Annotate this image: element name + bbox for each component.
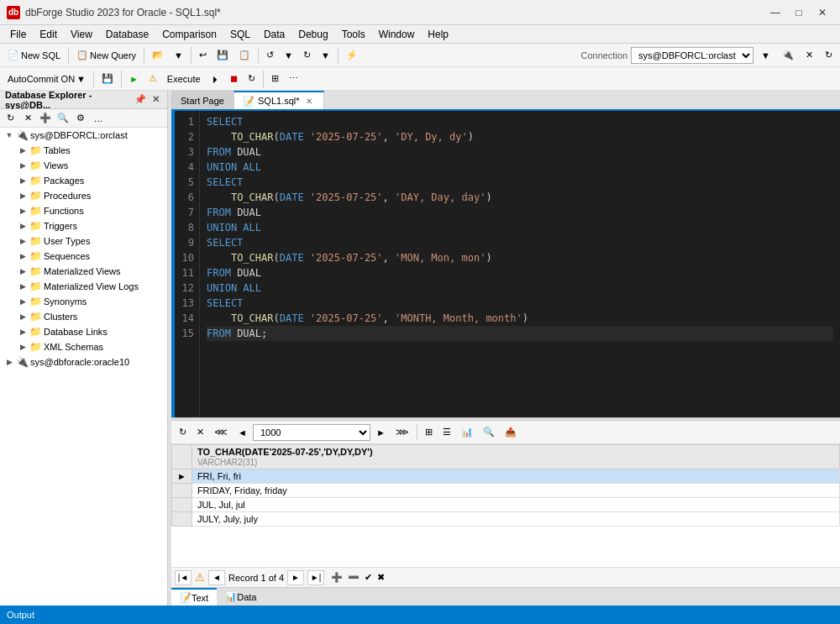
tree-item-db-links[interactable]: ▶ 📁 Database Links [0,324,167,339]
tree-item-xml-schemas[interactable]: ▶ 📁 XML Schemas [0,339,167,354]
results-grid-btn[interactable]: ⊞ [421,423,437,442]
tree-item-clusters[interactable]: ▶ 📁 Clusters [0,309,167,324]
results-next-btn[interactable]: ► [372,423,390,442]
tree-item-synonyms[interactable]: ▶ 📁 Synonyms [0,294,167,309]
sidebar-close-btn[interactable]: ✕ [149,93,162,107]
pager-prev-btn[interactable]: ◄ [208,570,225,585]
results-last-btn[interactable]: ⋙ [391,423,413,442]
toolbar-btn-2[interactable]: ▼ [170,46,187,65]
tree-label-procedures: Procedures [42,191,91,201]
plugin-btn[interactable]: ⚡ [342,46,362,65]
autocommit-toggle[interactable]: AutoCommit ON ▼ [3,70,90,88]
pager-check-btn[interactable]: ✔ [365,572,372,583]
sidebar-refresh-btn[interactable]: ↻ [2,111,18,126]
maximize-button[interactable]: □ [788,4,810,21]
results-prev-btn[interactable]: ◄ [234,423,251,442]
results-cancel-btn[interactable]: ✕ [192,423,208,442]
more-btns[interactable]: ⋯ [285,70,302,88]
connection-select[interactable]: sys@DBFORCL:orclast [631,47,753,64]
menu-file[interactable]: File [3,25,33,44]
tab-close-btn[interactable]: ✕ [303,95,315,107]
tab-text-icon: 📝 [180,592,192,603]
results-list-btn[interactable]: ☰ [438,423,455,442]
menu-window[interactable]: Window [372,25,422,44]
grid-btn[interactable]: ⊞ [267,70,283,88]
pager-cancel-btn[interactable]: ✖ [377,572,385,583]
execute-selected-btn[interactable]: ⏵ [207,70,224,88]
redo-button[interactable]: ↻ [299,46,315,65]
tree-item-tables[interactable]: ▶ 📁 Tables [0,143,167,158]
results-first-btn[interactable]: ⋘ [210,423,232,442]
menu-comparison[interactable]: Comparison [155,25,223,44]
pager-add-btn[interactable]: ➕ [331,572,343,583]
tree-item-connection-1[interactable]: ▼ 🔌 sys@DBFORCL:orclast [0,128,167,143]
refresh-btn[interactable]: ↻ [244,70,260,88]
tree-item-mat-view-logs[interactable]: ▶ 📁 Materialized View Logs [0,279,167,294]
tree-item-mat-views[interactable]: ▶ 📁 Materialized Views [0,264,167,279]
toolbar-separator-2 [144,47,144,64]
pager-next-btn[interactable]: ► [287,570,304,585]
toolbar-btn-3[interactable]: ↩ [195,46,211,65]
redo-dropdown[interactable]: ▼ [317,46,334,65]
code-content[interactable]: SELECT TO_CHAR(DATE '2025-07-25', 'DY, D… [200,111,840,417]
tab-sql-file[interactable]: 📝 SQL1.sql* ✕ [234,91,324,109]
tree-item-packages[interactable]: ▶ 📁 Packages [0,173,167,188]
new-query-button[interactable]: 📋 New Query [72,46,140,65]
disconnect-btn[interactable]: ✕ [801,46,817,65]
tree-item-sequences[interactable]: ▶ 📁 Sequences [0,249,167,264]
output-label[interactable]: Output [7,610,34,620]
warning-btn[interactable]: ⚠ [144,70,161,88]
tree-item-user-types[interactable]: ▶ 📁 User Types [0,233,167,249]
sidebar-more-btn[interactable]: … [90,111,107,126]
tab-data[interactable]: 📊 Data [217,588,265,606]
tab-start-page[interactable]: Start Page [171,91,234,109]
pager-delete-btn[interactable]: ➖ [348,572,360,583]
tree-item-functions[interactable]: ▶ 📁 Functions [0,203,167,218]
sidebar-new-btn[interactable]: ➕ [37,111,54,126]
toolbar-btn-1[interactable]: 📂 [148,46,168,65]
results-refresh-btn[interactable]: ↻ [175,423,191,442]
pager-first-btn[interactable]: |◄ [175,570,192,585]
undo-dropdown[interactable]: ▼ [280,46,297,65]
tree-item-procedures[interactable]: ▶ 📁 Procedures [0,188,167,203]
connect-btn[interactable]: 🔌 [778,46,798,65]
new-sql-button[interactable]: 📄 New SQL [3,46,65,65]
results-export-btn[interactable]: 📤 [501,423,521,442]
tree-item-views[interactable]: ▶ 📁 Views [0,158,167,173]
toolbar-btn-4[interactable]: 💾 [213,46,233,65]
sidebar-filter-btn[interactable]: 🔍 [55,111,71,126]
minimize-button[interactable]: — [764,4,786,21]
menu-tools[interactable]: Tools [335,25,372,44]
refresh-connection-btn[interactable]: ↻ [821,46,837,65]
undo-button[interactable]: ↺ [262,46,278,65]
menu-debug[interactable]: Debug [291,25,334,44]
menu-database[interactable]: Database [99,25,155,44]
sql-editor[interactable]: 123456789101112131415 SELECT TO_CHAR(DAT… [171,111,840,417]
stop-btn[interactable]: ◼ [226,70,242,88]
tab-text[interactable]: 📝 Text [171,588,217,606]
results-limit-select[interactable]: 1000 [253,424,370,441]
results-table-btn[interactable]: 📊 [457,423,477,442]
sidebar-settings-btn[interactable]: ⚙ [72,111,89,126]
menu-sql[interactable]: SQL [223,25,257,44]
menu-help[interactable]: Help [421,25,455,44]
row-indicator: ► [172,469,192,484]
sidebar-disconnect-btn[interactable]: ✕ [19,111,36,126]
pager-last-btn[interactable]: ►| [307,570,324,585]
row-indicator [172,498,192,512]
run-btn[interactable]: ► [125,70,143,88]
tree-item-triggers[interactable]: ▶ 📁 Triggers [0,218,167,233]
connection-options[interactable]: ▼ [757,46,774,65]
save-btn[interactable]: 💾 [97,70,118,88]
execute-button[interactable]: Execute [163,70,205,88]
results-search-btn[interactable]: 🔍 [479,423,499,442]
menu-view[interactable]: View [64,25,99,44]
close-button[interactable]: ✕ [811,4,833,21]
results-table: TO_CHAR(DATE'2025-07-25','DY,DY,DY') VAR… [171,444,840,567]
tree-item-connection-2[interactable]: ▶ 🔌 sys@dbforacle:oracle10 [0,354,167,370]
toolbar-btn-5[interactable]: 📋 [234,46,255,65]
results-toolbar: ↻ ✕ ⋘ ◄ 1000 ► ⋙ ⊞ ☰ 📊 🔍 📤 [171,421,840,444]
sidebar-pin-btn[interactable]: 📌 [134,93,147,107]
menu-data[interactable]: Data [257,25,291,44]
menu-edit[interactable]: Edit [33,25,64,44]
